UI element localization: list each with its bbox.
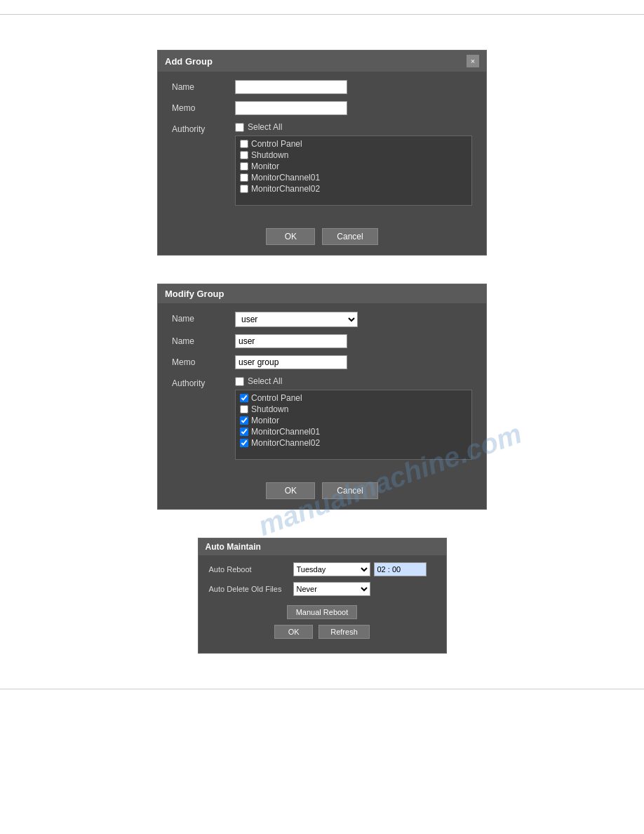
list-item: Control Panel — [240, 393, 467, 403]
add-group-monitor-ch02-checkbox[interactable] — [240, 185, 248, 193]
add-group-checkbox-list: Control Panel Shutdown Monitor — [235, 135, 472, 206]
list-item: MonitorChannel02 — [240, 438, 467, 448]
modify-group-monitor-ch01-label: MonitorChannel01 — [251, 427, 320, 437]
list-item: Monitor — [240, 416, 467, 425]
add-group-dialog: Add Group × Name Memo Authority — [157, 50, 487, 256]
modify-group-select-all-checkbox[interactable] — [235, 377, 244, 386]
auto-maintain-body: Auto Reboot Tuesday Never Monday Wednesd… — [199, 555, 446, 653]
modify-group-shutdown-label: Shutdown — [251, 404, 288, 414]
add-group-titlebar: Add Group × — [158, 51, 486, 72]
modify-group-authority-section: Select All Control Panel Shutdown — [235, 376, 472, 460]
modify-group-monitor-checkbox[interactable] — [240, 416, 248, 425]
modify-group-dialog-wrapper: Modify Group Name user Name — [157, 284, 487, 510]
add-group-monitor-checkbox[interactable] — [240, 162, 248, 171]
auto-maintain-ok-button[interactable]: OK — [274, 625, 313, 639]
modify-group-monitor-ch02-checkbox[interactable] — [240, 439, 248, 447]
add-group-name-row: Name — [172, 80, 472, 94]
auto-delete-row: Auto Delete Old Files Never 1 Day 2 Days… — [209, 582, 436, 596]
add-group-control-panel-label: Control Panel — [251, 139, 302, 149]
add-group-monitor-ch02-label: MonitorChannel02 — [251, 184, 320, 194]
list-item: MonitorChannel01 — [240, 173, 467, 183]
modify-group-select-all-row: Select All — [235, 376, 472, 386]
manual-reboot-button[interactable]: Manual Reboot — [287, 605, 358, 619]
modify-group-authority-row: Authority Select All Control Panel — [172, 376, 472, 460]
modify-group-memo-row: Memo — [172, 355, 472, 369]
bottom-divider — [0, 689, 644, 689]
add-group-authority-label: Authority — [172, 122, 235, 134]
modify-group-ok-button[interactable]: OK — [266, 482, 315, 499]
list-item: Monitor — [240, 161, 467, 171]
modify-group-name-dropdown[interactable]: user — [235, 312, 358, 327]
auto-maintain-refresh-button[interactable]: Refresh — [318, 625, 370, 639]
auto-reboot-label: Auto Reboot — [209, 565, 293, 574]
auto-maintain-titlebar: Auto Maintain — [199, 538, 446, 555]
add-group-select-all-row: Select All — [235, 122, 472, 132]
add-group-shutdown-label: Shutdown — [251, 150, 288, 160]
add-group-memo-row: Memo — [172, 101, 472, 115]
modify-group-monitor-ch02-label: MonitorChannel02 — [251, 438, 320, 448]
add-group-control-panel-checkbox[interactable] — [240, 140, 248, 148]
manual-reboot-wrapper: Manual Reboot — [209, 602, 436, 625]
add-group-memo-label: Memo — [172, 101, 235, 113]
modify-group-control-panel-label: Control Panel — [251, 393, 302, 403]
modify-group-section: Modify Group Name user Name — [0, 284, 644, 510]
add-group-cancel-button[interactable]: Cancel — [322, 228, 377, 245]
add-group-ok-button[interactable]: OK — [266, 228, 315, 245]
add-group-monitor-ch01-checkbox[interactable] — [240, 173, 248, 182]
modify-group-title: Modify Group — [165, 289, 224, 299]
add-group-select-all-checkbox[interactable] — [235, 123, 244, 132]
add-group-monitor-ch01-label: MonitorChannel01 — [251, 173, 320, 183]
modify-group-monitor-ch01-checkbox[interactable] — [240, 428, 248, 436]
auto-maintain-title: Auto Maintain — [206, 542, 261, 552]
modify-group-name-dropdown-label: Name — [172, 312, 235, 324]
add-group-name-input[interactable] — [235, 80, 347, 94]
modify-group-cancel-button[interactable]: Cancel — [322, 482, 377, 499]
modify-group-monitor-label: Monitor — [251, 416, 279, 425]
modify-group-titlebar: Modify Group — [158, 284, 486, 303]
modify-group-shutdown-checkbox[interactable] — [240, 405, 248, 413]
modify-group-name-input-row: Name — [172, 334, 472, 348]
add-group-monitor-label: Monitor — [251, 161, 279, 171]
modify-group-checkbox-list: Control Panel Shutdown Monitor — [235, 390, 472, 460]
auto-reboot-day-select[interactable]: Tuesday Never Monday Wednesday Thursday … — [293, 562, 370, 576]
auto-reboot-time-input[interactable] — [374, 562, 427, 576]
modify-group-dialog: Modify Group Name user Name — [157, 284, 487, 510]
top-divider — [0, 14, 644, 15]
add-group-memo-input[interactable] — [235, 101, 347, 115]
modify-group-name-input-label: Name — [172, 334, 235, 346]
list-item: MonitorChannel02 — [240, 184, 467, 194]
list-item: Shutdown — [240, 150, 467, 160]
modify-group-footer: OK Cancel — [158, 475, 486, 509]
add-group-body: Name Memo Authority Select All — [158, 72, 486, 221]
modify-group-control-panel-checkbox[interactable] — [240, 394, 248, 402]
modify-group-name-dropdown-row: Name user — [172, 312, 472, 327]
auto-maintain-footer: OK Refresh — [209, 625, 436, 646]
add-group-footer: OK Cancel — [158, 221, 486, 255]
add-group-dialog-wrapper: Add Group × Name Memo Authority — [157, 50, 487, 256]
auto-reboot-row: Auto Reboot Tuesday Never Monday Wednesd… — [209, 562, 436, 576]
add-group-title: Add Group — [165, 56, 213, 67]
list-item: MonitorChannel01 — [240, 427, 467, 437]
add-group-section: Add Group × Name Memo Authority — [0, 50, 644, 256]
auto-maintain-section: Auto Maintain Auto Reboot Tuesday Never … — [0, 538, 644, 654]
modify-group-memo-input[interactable] — [235, 355, 347, 369]
add-group-close-button[interactable]: × — [467, 55, 479, 67]
modify-group-body: Name user Name Memo — [158, 303, 486, 475]
add-group-authority-row: Authority Select All Control Panel — [172, 122, 472, 206]
modify-group-memo-label: Memo — [172, 355, 235, 367]
list-item: Shutdown — [240, 404, 467, 414]
auto-delete-select[interactable]: Never 1 Day 2 Days 3 Days 7 Days — [293, 582, 370, 596]
auto-delete-label: Auto Delete Old Files — [209, 585, 293, 593]
modify-group-select-all-label: Select All — [248, 376, 282, 386]
add-group-authority-section: Select All Control Panel Shutdown — [235, 122, 472, 206]
add-group-shutdown-checkbox[interactable] — [240, 151, 248, 159]
modify-group-name-input[interactable] — [235, 334, 347, 348]
add-group-select-all-label: Select All — [248, 122, 282, 132]
modify-group-authority-label: Authority — [172, 376, 235, 388]
add-group-name-label: Name — [172, 80, 235, 92]
list-item: Control Panel — [240, 139, 467, 149]
auto-maintain-dialog: Auto Maintain Auto Reboot Tuesday Never … — [198, 538, 447, 654]
